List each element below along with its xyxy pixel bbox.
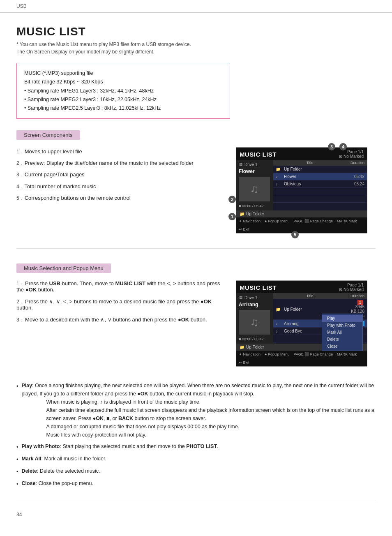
list-item: 4 . Total number of marked music	[16, 182, 224, 191]
music-ui-1: MUSIC LIST Page 1/1 ⊠ No Marked 🖥Drive 1	[236, 147, 367, 233]
folder-label: Flower	[239, 169, 270, 174]
delete-label: Delete	[21, 468, 37, 474]
music-ui2-header: MUSIC LIST Page 1/1 ⊠ No Marked	[236, 281, 367, 293]
music-ui2-title: MUSIC LIST	[240, 284, 277, 291]
music-ui-2: MUSIC LIST Page 1/1 ⊠ No Marked 🖥Drive 1	[236, 280, 367, 367]
music-ui-header: MUSIC LIST Page 1/1 ⊠ No Marked	[236, 148, 367, 160]
bullet-item-close: • Close: Close the pop-up menu.	[16, 479, 376, 488]
section2-item-2: 2 . Press the ∧, ∨, <, > buttons to move…	[16, 298, 224, 311]
music-ui2-page: Page 1/1	[347, 283, 364, 287]
section2-item-1: 1 . Press the USB button. Then, move to …	[16, 280, 224, 293]
music-ui-row-empty	[273, 188, 367, 195]
bullet-item-delete: • Delete: Delete the selected music.	[16, 467, 376, 476]
subtitle-line2: The On Screen Display on your model may …	[16, 48, 376, 55]
thumbnail: ♫	[239, 177, 270, 201]
col2-header: Title Duration	[273, 293, 367, 299]
popup-item-play[interactable]: Play	[322, 315, 362, 322]
popup-item-mark-all[interactable]: Mark All	[322, 329, 362, 336]
infobox-line3: • Sampling rate MPEG2 Layer3 : 16kHz, 22…	[24, 95, 222, 104]
nav-btn: ✦ Navigation	[239, 219, 261, 223]
music-ui-footer: ✦ Navigation ● PopUp Menu PAGE ⬛ Page Ch…	[236, 217, 367, 233]
play-label: Play	[21, 383, 32, 388]
page-change-btn: PAGE ⬛ Page Change	[294, 219, 333, 223]
list-item: 5 . Corresponding buttons on the remote …	[16, 194, 224, 203]
exit-btn: ↩ Exit	[239, 227, 249, 231]
popup-item-play-with-photo[interactable]: Play with Photo	[322, 322, 362, 329]
list-item: 3 . Current page/Total pages	[16, 170, 224, 179]
list-item: 1 . Moves to upper level file	[16, 147, 224, 156]
music-ui-page: Page 1/1	[347, 150, 364, 154]
top-bar: USB	[0, 0, 392, 13]
music-ui-row-empty	[273, 195, 367, 203]
folder2-label: Arrirang	[239, 302, 270, 307]
main-content: MUSIC LIST * You can use the Music List …	[0, 13, 392, 534]
time2-display: ■ 00:00 / 05:42	[239, 337, 270, 341]
section2-ui: MUSIC LIST Page 1/1 ⊠ No Marked 🖥Drive 1	[236, 280, 376, 367]
page-title: MUSIC LIST	[16, 25, 376, 38]
callout-1: 1	[228, 213, 236, 220]
music-ui-row: ♪ Oblivious 05:24	[273, 180, 367, 188]
col-header: Title Duration	[273, 160, 367, 166]
callout-2: 2	[228, 196, 236, 203]
popup-item-close[interactable]: Close	[322, 343, 362, 350]
drive-label: 🖥Drive 1	[239, 162, 270, 167]
bullet-section: • Play: Once a song finishes playing, th…	[16, 381, 376, 488]
subtitle: * You can use the Music List menu to pla…	[16, 41, 376, 55]
infobox-line4: • Sampling rate MPEG2.5 Layer3 : 8kHz, 1…	[24, 104, 222, 113]
music-ui-title: MUSIC LIST	[240, 151, 277, 158]
list-item: 2 . Preview: Display the title/folder na…	[16, 159, 224, 168]
popup-btn: ● PopUp Menu	[265, 219, 289, 223]
bullet-item-play-with-photo: • Play with Photo: Start playing the sel…	[16, 442, 376, 451]
music-ui-right-panel: Title Duration 📁 Up Folder ♪	[273, 160, 367, 210]
popup-menu: Play Play with Photo Mark All Delete Clo…	[322, 314, 363, 351]
section1-ui: 3 4 2 1 5 MUSIC LIST Page 1/1 ⊠ No Marke…	[236, 147, 376, 233]
bullet-item-play: • Play: Once a song finishes playing, th…	[16, 381, 376, 439]
popup-item-delete[interactable]: Delete	[322, 336, 362, 343]
top-bar-label: USB	[16, 3, 27, 9]
nav2-btn: ✦ Navigation	[239, 352, 261, 356]
music-ui-marked: ⊠ No Marked	[339, 154, 364, 159]
page2-change-btn: PAGE ⬛ Page Change	[294, 352, 333, 356]
bullet-item-mark-all: • Mark All: Mark all music in the folder…	[16, 455, 376, 464]
section2-list-container: 1 . Press the USB button. Then, move to …	[16, 280, 224, 328]
exit2-btn: ↩ Exit	[239, 360, 249, 365]
play-with-photo-label: Play with Photo	[21, 444, 60, 449]
drive2-label: 🖥Drive 1	[239, 296, 270, 300]
section2-container: 1 . Press the USB button. Then, move to …	[16, 280, 376, 367]
popup2-btn: ● PopUp Menu	[265, 352, 289, 356]
section2: Music Selection and Popup Menu 1 . Press…	[16, 260, 376, 488]
time-display: ■ 00:00 / 05:42	[239, 204, 270, 208]
infobox-line2: • Sampling rate MPEG1 Layer3 : 32kHz, 44…	[24, 87, 222, 95]
thumbnail2: ♫	[239, 310, 270, 335]
section-divider	[16, 248, 376, 249]
music-ui2-left-panel: 🖥Drive 1 Arrirang ♫ ■ 00:00 / 05:42	[236, 293, 273, 344]
music-ui-left-panel: 🖥Drive 1 Flower ♫ ■ 00:00 / 05:42	[236, 160, 273, 210]
music-ui-body: 🖥Drive 1 Flower ♫ ■ 00:00 / 05:42	[236, 160, 367, 210]
mark-all-label: Mark All	[21, 456, 41, 462]
mark2-btn: MARK Mark	[337, 352, 357, 356]
mark-btn: MARK Mark	[337, 219, 357, 223]
bottom-divider	[16, 500, 376, 500]
page-number: 34	[16, 512, 376, 518]
music-ui-row: ♪ Flower 05:42	[273, 173, 367, 180]
music-ui-row: 📁 Up Folder	[273, 166, 367, 173]
section2-item-3: 3 . Move to a desired item with the ∧, ∨…	[16, 317, 224, 323]
up-folder-bar: 📁Up Folder	[236, 210, 367, 217]
section1-label: Screen Components	[16, 130, 80, 140]
infobox-line1: Bit rate range 32 Kbps ~ 320 Kbps	[24, 78, 222, 86]
subtitle-line1: * You can use the Music List menu to pla…	[16, 41, 376, 48]
callout-5: 5	[291, 231, 299, 238]
music-ui2-footer: ✦ Navigation ● PopUp Menu PAGE ⬛ Page Ch…	[236, 351, 367, 366]
section1-list: 1 . Moves to upper level file 2 . Previe…	[16, 147, 224, 202]
section1: Screen Components 1 . Moves to upper lev…	[16, 130, 376, 233]
section1-list-container: 1 . Moves to upper level file 2 . Previe…	[16, 147, 224, 205]
music-ui2-marked: ⊠ No Marked	[339, 287, 364, 292]
infobox-line0: MUSIC (*.MP3) supporting file	[24, 69, 222, 78]
music-ui2-right-panel: Title Duration 📁 Up Folder 1 3945 KB,128…	[273, 293, 367, 344]
info-box: MUSIC (*.MP3) supporting file Bit rate r…	[16, 63, 230, 119]
close-label: Close	[21, 481, 35, 486]
section1-container: 1 . Moves to upper level file 2 . Previe…	[16, 147, 376, 233]
section2-label: Music Selection and Popup Menu	[16, 263, 111, 273]
music-ui2-body: 🖥Drive 1 Arrirang ♫ ■ 00:00 / 05:42	[236, 293, 367, 344]
